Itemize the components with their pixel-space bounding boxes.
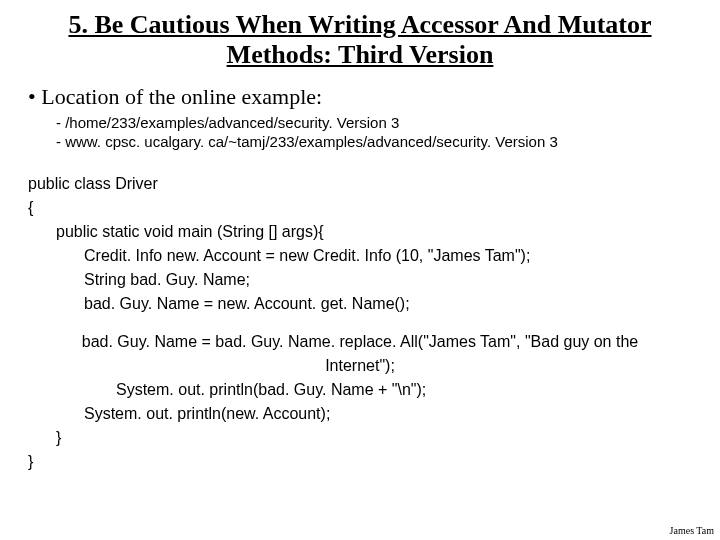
path-local: /home/233/examples/advanced/security. Ve… bbox=[56, 114, 692, 131]
slide-title: 5. Be Cautious When Writing Accessor And… bbox=[28, 10, 692, 70]
code-line: System. out. println(bad. Guy. Name + "\… bbox=[28, 378, 692, 402]
location-heading: Location of the online example: bbox=[28, 84, 692, 110]
code-block: public class Driver { public static void… bbox=[28, 172, 692, 474]
blank-line bbox=[28, 316, 692, 330]
slide-content: 5. Be Cautious When Writing Accessor And… bbox=[0, 0, 720, 474]
code-line: bad. Guy. Name = new. Account. get. Name… bbox=[28, 292, 692, 316]
footer-author: James Tam bbox=[670, 525, 714, 536]
code-line: System. out. println(new. Account); bbox=[28, 402, 692, 426]
path-web: www. cpsc. ucalgary. ca/~tamj/233/exampl… bbox=[56, 133, 692, 150]
code-line: } bbox=[28, 450, 692, 474]
code-line: Credit. Info new. Account = new Credit. … bbox=[28, 244, 692, 268]
code-line: bad. Guy. Name = bad. Guy. Name. replace… bbox=[28, 330, 692, 378]
code-line: { bbox=[28, 196, 692, 220]
code-line: public class Driver bbox=[28, 172, 692, 196]
code-line: public static void main (String [] args)… bbox=[28, 220, 692, 244]
code-line: } bbox=[28, 426, 692, 450]
code-line: String bad. Guy. Name; bbox=[28, 268, 692, 292]
